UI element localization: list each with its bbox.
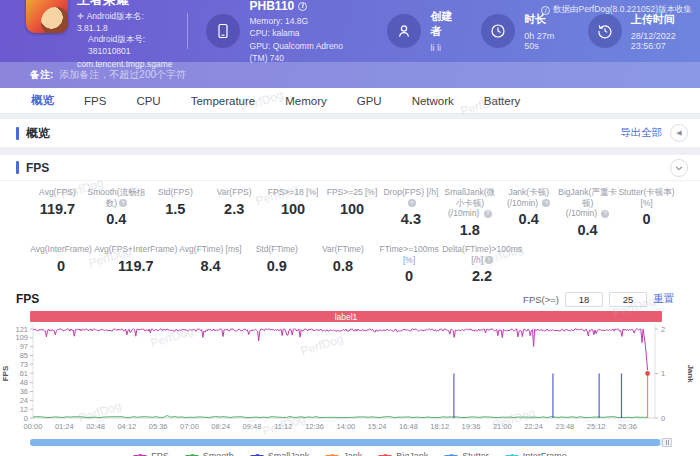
- export-all-link[interactable]: 导出全部: [620, 126, 662, 140]
- stat-value: 1.8: [440, 222, 499, 238]
- stat-value: 0.9: [244, 258, 310, 274]
- svg-text:11:12: 11:12: [274, 422, 292, 431]
- fps-chart-title: FPS: [16, 292, 39, 306]
- duration-value: 0h 27m 50s: [524, 31, 561, 51]
- stat-fps-18-: FPS>=18 [%]100: [264, 187, 323, 238]
- tab-Battery[interactable]: Battery: [469, 95, 535, 107]
- device-memory: Memory: 14.8G: [250, 15, 362, 27]
- stat-value: 0.8: [310, 258, 376, 274]
- svg-text:07:00: 07:00: [180, 422, 199, 431]
- legend-item-interframe[interactable]: InterFrame: [505, 451, 567, 456]
- svg-text:02:48: 02:48: [86, 422, 105, 431]
- stat-std-ftime-: Std(FTime)0.9: [244, 244, 310, 284]
- legend-label: InterFrame: [523, 451, 567, 456]
- report-header: i 数据由PerfDog(8.0.221052)版本收集 5v5 王者荣耀 ✛A…: [0, 0, 700, 62]
- legend-item-bigjank[interactable]: BigJank: [378, 451, 428, 456]
- tab-GPU[interactable]: GPU: [342, 95, 397, 107]
- stat-label: Stutter(卡顿率) [%]: [617, 187, 676, 208]
- tab-CPU[interactable]: CPU: [121, 95, 175, 107]
- legend-item-fps[interactable]: FPS: [133, 451, 169, 456]
- stat-value: 100: [264, 201, 323, 217]
- collapse-panel-button[interactable]: [670, 159, 688, 177]
- chart-scrollbar[interactable]: [30, 438, 670, 447]
- stat-var-fps-: Var(FPS)2.3: [205, 187, 264, 238]
- tab-概览[interactable]: 概览: [16, 93, 69, 108]
- chart-label-bar[interactable]: label1: [30, 311, 662, 322]
- stat-label: Delta(FTime)>100ms [/h]?: [442, 244, 522, 265]
- tab-Temperature[interactable]: Temperature: [176, 95, 271, 107]
- upload-info: 上传时间 28/12/2022 23:56:07: [588, 12, 700, 51]
- stat-drop-fps-h-: Drop(FPS) [/h]?4.3: [381, 187, 440, 238]
- legend-item-smooth[interactable]: Smooth: [185, 451, 234, 456]
- tab-Network[interactable]: Network: [397, 95, 469, 107]
- info-icon[interactable]: ?: [542, 199, 550, 207]
- stat-label: FTime>=100ms [%]: [376, 244, 442, 265]
- tab-FPS[interactable]: FPS: [69, 95, 121, 107]
- stat-label: Std(FTime): [244, 244, 310, 255]
- svg-text:16:48: 16:48: [399, 422, 418, 431]
- fps-line-chart[interactable]: 12110997857361483624120FPS210Jank00:0001…: [0, 322, 700, 436]
- svg-text:85: 85: [20, 351, 28, 360]
- legend-label: Jank: [343, 451, 362, 456]
- device-cpu: CPU: kalama: [250, 27, 362, 39]
- stat-avg-ftime-ms-: Avg(FTime) [ms]8.4: [177, 244, 243, 284]
- tab-Memory[interactable]: Memory: [270, 95, 342, 107]
- chart-legend: FPSSmoothSmallJankJankBigJankStutterInte…: [0, 451, 700, 456]
- reset-button[interactable]: 重置: [653, 292, 674, 306]
- fps-panel: FPS Avg(FPS)119.7Smooth(流畅指数)?0.4Std(FPS…: [0, 155, 700, 456]
- stat-value: 2.3: [205, 201, 264, 217]
- creator-info: 创建者 li li: [387, 9, 455, 53]
- phone-icon: [206, 14, 240, 48]
- stat-avg-fps-interframe-: Avg(FPS+InterFrame)119.7: [94, 244, 177, 284]
- stat-label: Std(FPS): [146, 187, 205, 198]
- svg-text:21:00: 21:00: [493, 422, 512, 431]
- threshold-input-1[interactable]: 18: [565, 292, 603, 307]
- scrollbar-handle[interactable]: [662, 438, 672, 447]
- info-icon[interactable]: ?: [408, 199, 416, 207]
- upload-value: 28/12/2022 23:56:07: [631, 31, 700, 51]
- legend-item-jank[interactable]: Jank: [325, 451, 362, 456]
- info-icon[interactable]: ?: [601, 210, 609, 218]
- svg-text:15:24: 15:24: [368, 422, 387, 431]
- perfdog-report-page: i 数据由PerfDog(8.0.221052)版本收集 5v5 王者荣耀 ✛A…: [0, 0, 700, 456]
- info-icon[interactable]: ?: [484, 210, 492, 218]
- svg-text:2: 2: [661, 325, 665, 334]
- overview-title: 概览: [26, 125, 50, 142]
- stat-fps-25-: FPS>=25 [%]100: [323, 187, 382, 238]
- history-icon: [588, 14, 622, 48]
- legend-item-smalljank[interactable]: SmallJank: [250, 451, 310, 456]
- info-icon[interactable]: ?: [485, 256, 493, 264]
- android-version-name: ✛Android版本名: 3.81.1.8: [77, 11, 173, 34]
- scrollbar-thumb[interactable]: [30, 439, 660, 446]
- gamepad-icon: ✛: [77, 12, 84, 23]
- stat-label: Var(FPS): [205, 187, 264, 198]
- person-icon: [387, 14, 421, 48]
- info-icon[interactable]: ?: [119, 199, 127, 207]
- svg-text:0: 0: [661, 414, 665, 423]
- svg-text:08:24: 08:24: [211, 422, 230, 431]
- header-divider: [187, 13, 188, 49]
- stat-value: 2.2: [442, 268, 522, 284]
- clock-icon: [481, 14, 515, 48]
- legend-label: SmallJank: [268, 451, 310, 456]
- svg-text:1: 1: [661, 369, 665, 378]
- section-accent: [16, 127, 19, 140]
- threshold-input-2[interactable]: 25: [609, 292, 647, 307]
- creator-label: 创建者: [430, 9, 455, 39]
- creator-value: li li: [430, 43, 455, 53]
- device-info: PHB110i Memory: 14.8G CPU: kalama GPU: Q…: [206, 0, 362, 64]
- stat-avg-interframe-: Avg(InterFrame)0: [28, 244, 94, 284]
- device-info-icon[interactable]: i: [298, 2, 307, 11]
- package-name: com.tencent.tmgp.sgame: [77, 59, 173, 70]
- svg-text:25:12: 25:12: [587, 422, 606, 431]
- android-version-code: Android版本号: 381010801: [77, 34, 173, 57]
- game-art: [41, 7, 68, 33]
- stat-label: Avg(InterFrame): [28, 244, 94, 255]
- legend-label: Stutter: [462, 451, 489, 456]
- stat-label: Var(FTime): [310, 244, 376, 255]
- collapse-left-button[interactable]: ◀: [670, 124, 688, 142]
- svg-text:Jank: Jank: [686, 365, 695, 384]
- legend-item-stutter[interactable]: Stutter: [444, 451, 489, 456]
- legend-label: FPS: [151, 451, 169, 456]
- stat-smalljank-: SmallJank(微小卡顿)(/10min) ?1.8: [440, 187, 499, 238]
